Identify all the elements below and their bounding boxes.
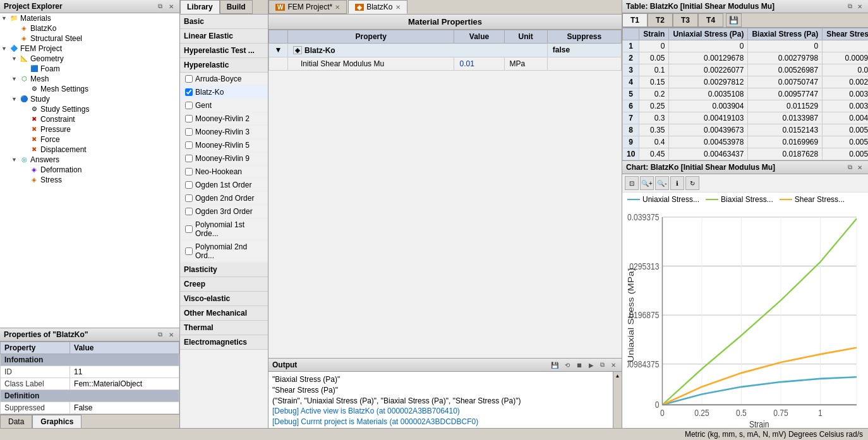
- checkbox-arruda-boyce[interactable]: [185, 75, 193, 83]
- chart-refresh-btn[interactable]: ↻: [685, 176, 699, 190]
- checkbox-poly-1st[interactable]: [185, 225, 193, 233]
- lib-section-linear-elastic[interactable]: Linear Elastic: [180, 29, 268, 44]
- lib-item-poly-2nd[interactable]: Polynomial 2nd Ord...: [180, 241, 268, 263]
- tree-study[interactable]: ▼ 🔵 Study: [0, 94, 179, 104]
- output-stop-btn[interactable]: ⏹: [574, 360, 584, 369]
- checkbox-gent[interactable]: [185, 102, 193, 109]
- lib-section-basic[interactable]: Basic: [180, 15, 268, 29]
- project-explorer-title: Project Explorer: [4, 2, 63, 11]
- tree-structural-steel[interactable]: ◈ Structural Steel: [0, 33, 179, 44]
- scroll-up-arrow[interactable]: ▲: [613, 372, 622, 380]
- data-tab-t2[interactable]: T2: [648, 13, 673, 27]
- output-close-btn[interactable]: ✕: [609, 360, 618, 369]
- mat-prop-value[interactable]: 0.01: [454, 57, 504, 70]
- lib-item-gent[interactable]: Gent: [180, 99, 268, 112]
- tree-stress[interactable]: ◈ Stress: [0, 175, 179, 185]
- tree-geometry[interactable]: ▼ 📐 Geometry: [0, 54, 179, 64]
- tree-materials[interactable]: ▼ 📁 Materials: [0, 13, 179, 23]
- lib-item-poly-1st[interactable]: Polynomial 1st Orde...: [180, 218, 268, 241]
- checkbox-ogden-3rd[interactable]: [185, 208, 193, 215]
- checkbox-mooney-rivlin-9[interactable]: [185, 155, 193, 162]
- table-save-btn[interactable]: 💾: [726, 13, 742, 27]
- checkbox-poly-2nd[interactable]: [185, 247, 193, 255]
- tree-fem-project[interactable]: ▼ 🔷 FEM Project: [0, 44, 179, 54]
- tree-mesh[interactable]: ▼ ⬡ Mesh: [0, 74, 179, 84]
- checkbox-mooney-rivlin-2[interactable]: [185, 115, 193, 122]
- data-tab-t4[interactable]: T4: [698, 13, 723, 27]
- tab-blatzko-close-icon[interactable]: ✕: [395, 4, 401, 11]
- restore-btn[interactable]: ⧉: [156, 2, 164, 11]
- lib-item-ogden-3rd[interactable]: Ogden 3rd Order: [180, 205, 268, 218]
- lib-item-mooney-rivlin-2[interactable]: Mooney-Rivlin 2: [180, 112, 268, 126]
- props-restore-btn[interactable]: ⧉: [156, 330, 164, 339]
- lib-item-neo-hookean[interactable]: Neo-Hookean: [180, 165, 268, 179]
- close-btn[interactable]: ✕: [167, 2, 176, 11]
- lib-item-ogden-1st[interactable]: Ogden 1st Order: [180, 179, 268, 192]
- checkbox-blatz-ko[interactable]: [185, 88, 193, 96]
- output-play-btn[interactable]: ▶: [587, 360, 596, 369]
- library-tabs: Library Build: [180, 0, 268, 15]
- lib-tab-library[interactable]: Library: [180, 0, 220, 14]
- expand-btn[interactable]: ▼: [269, 44, 288, 57]
- checkbox-mooney-rivlin-5[interactable]: [185, 141, 193, 149]
- lib-tab-build[interactable]: Build: [220, 0, 253, 14]
- table-row: 4 0.15 0.00297812 0.00750747 0.00258973: [623, 76, 869, 88]
- tab-graphics[interactable]: Graphics: [32, 415, 81, 428]
- chart-zoom-in-btn[interactable]: 🔍+: [640, 176, 654, 190]
- lib-item-label: Ogden 1st Order: [195, 181, 251, 189]
- chart-close-btn[interactable]: ✕: [855, 163, 864, 172]
- tree-deformation[interactable]: ◈ Deformation: [0, 165, 179, 175]
- lib-item-mooney-rivlin-5[interactable]: Mooney-Rivlin 5: [180, 139, 268, 152]
- tree-mesh-settings[interactable]: ⚙ Mesh Settings: [0, 84, 179, 94]
- data-tab-t3[interactable]: T3: [673, 13, 698, 27]
- lib-section-creep[interactable]: Creep: [180, 277, 268, 292]
- tree-study-settings[interactable]: ⚙ Study Settings: [0, 104, 179, 114]
- chart-fit-btn[interactable]: ⊡: [625, 176, 639, 190]
- col-uniaxial: Uniaxial Stress (Pa): [669, 28, 748, 40]
- cell-shear: 0.00258973: [823, 76, 868, 88]
- tab-fem-close-icon[interactable]: ✕: [335, 4, 340, 11]
- checkbox-neo-hookean[interactable]: [185, 168, 193, 175]
- lib-section-visco-elastic[interactable]: Visco-elastic: [180, 292, 268, 306]
- output-expand-btn[interactable]: ⧉: [598, 360, 606, 369]
- tab-data-label: Data: [8, 417, 24, 426]
- tree-blatzko[interactable]: ◈ BlatzKo: [0, 23, 179, 33]
- lib-item-mooney-rivlin-3[interactable]: Mooney-Rivlin 3: [180, 126, 268, 139]
- tree-force[interactable]: ✖ Force: [0, 134, 179, 145]
- tree-pressure[interactable]: ✖ Pressure: [0, 124, 179, 134]
- tab-blatzko[interactable]: ◈ BlatzKo ✕: [348, 0, 407, 14]
- mat-name-cell: ◈ Blatz-Ko: [288, 44, 548, 57]
- data-tab-t1[interactable]: T1: [622, 13, 648, 27]
- row-num: 8: [623, 124, 639, 136]
- lib-section-hyperelastic-test[interactable]: Hyperelastic Test ...: [180, 44, 268, 58]
- table-restore-btn[interactable]: ⧉: [846, 2, 854, 11]
- output-save-btn[interactable]: 💾: [549, 360, 560, 369]
- lib-item-ogden-2nd[interactable]: Ogden 2nd Order: [180, 192, 268, 205]
- lib-section-other-mechanical[interactable]: Other Mechanical: [180, 306, 268, 321]
- tree-foam[interactable]: 🟦 Foam: [0, 64, 179, 74]
- lib-item-blatz-ko[interactable]: Blatz-Ko: [180, 86, 268, 99]
- checkbox-ogden-2nd[interactable]: [185, 194, 193, 202]
- tree-answers[interactable]: ▼ ◎ Answers: [0, 155, 179, 165]
- tab-data[interactable]: Data: [0, 415, 32, 428]
- chart-zoom-out-btn[interactable]: 🔍-: [655, 176, 669, 190]
- col-biaxial: Biaxial Stress (Pa): [748, 28, 823, 40]
- checkbox-mooney-rivlin-3[interactable]: [185, 128, 193, 136]
- props-close-btn[interactable]: ✕: [167, 330, 176, 339]
- chart-info-btn[interactable]: ℹ: [670, 176, 684, 190]
- mesh-settings-icon: ⚙: [29, 85, 39, 93]
- tree-constraint[interactable]: ✖ Constraint: [0, 114, 179, 124]
- lib-section-hyperelastic[interactable]: Hyperelastic: [180, 58, 268, 73]
- tree-displacement[interactable]: ✖ Displacement: [0, 145, 179, 155]
- lib-section-thermal[interactable]: Thermal: [180, 321, 268, 335]
- prop-section-information: Infomation: [1, 354, 179, 366]
- checkbox-ogden-1st[interactable]: [185, 181, 193, 189]
- lib-item-mooney-rivlin-9[interactable]: Mooney-Rivlin 9: [180, 152, 268, 165]
- chart-restore-btn[interactable]: ⧉: [846, 163, 854, 172]
- lib-section-plasticity[interactable]: Plasticity: [180, 263, 268, 277]
- tab-fem-project[interactable]: W FEM Project* ✕: [268, 0, 347, 14]
- lib-item-arruda-boyce[interactable]: Arruda-Boyce: [180, 73, 268, 86]
- output-clear-btn[interactable]: ⟲: [563, 360, 572, 369]
- lib-section-electromagnetics[interactable]: Electromagnetics: [180, 335, 268, 350]
- table-close-btn[interactable]: ✕: [855, 2, 864, 11]
